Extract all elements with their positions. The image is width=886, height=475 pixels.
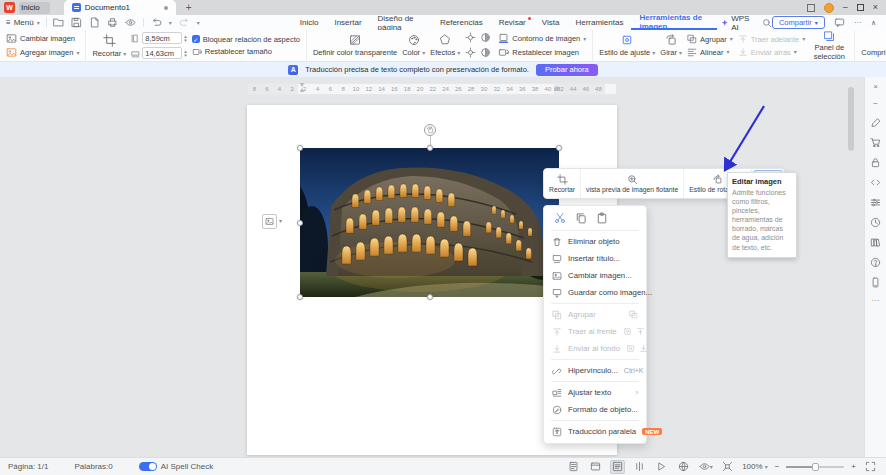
tab-herramientas[interactable]: Herramientas	[567, 15, 631, 30]
wps-ai-button[interactable]: WPS AI	[717, 14, 756, 32]
open-icon[interactable]	[53, 17, 64, 28]
alinear-button[interactable]: Alinear▾	[687, 47, 733, 57]
agrupar-button[interactable]: Agrupar▾	[687, 34, 733, 44]
indent-markers[interactable]	[297, 82, 307, 96]
view-mode-outline-icon[interactable]	[610, 460, 625, 474]
settings-sliders-icon[interactable]	[870, 197, 881, 208]
restablecer-tamano-button[interactable]: Restablecer tamaño	[192, 47, 300, 57]
contorno-imagen-button[interactable]: Contorno de imagen▾	[498, 33, 586, 44]
panel-seleccion-button[interactable]: Panel de selección	[810, 30, 848, 61]
estilo-ajuste-button[interactable]: Estilo de ajuste ▾	[599, 34, 655, 57]
width-input[interactable]	[142, 47, 182, 59]
selected-image[interactable]	[300, 148, 559, 297]
mobile-device-icon[interactable]	[870, 277, 881, 288]
recortar-button[interactable]: Recortar ▾	[92, 34, 126, 58]
output-icon[interactable]	[89, 17, 100, 28]
pen-tool-icon[interactable]	[870, 117, 881, 128]
page-indicator[interactable]: Página: 1/1	[8, 462, 48, 471]
layout-options-chevron-icon[interactable]: ▾	[279, 218, 282, 224]
color-button[interactable]: Color ▾	[402, 34, 425, 57]
paste-icon[interactable]	[596, 212, 608, 224]
view-mode-page-icon[interactable]	[566, 460, 581, 474]
zoom-in-button[interactable]: +	[851, 462, 856, 471]
fullscreen-icon[interactable]	[863, 460, 878, 474]
zoom-slider-thumb[interactable]	[812, 463, 819, 471]
more-icon[interactable]: ···	[854, 18, 862, 27]
rotate-handle[interactable]	[424, 124, 436, 136]
avatar[interactable]	[824, 3, 834, 13]
search-icon[interactable]	[762, 18, 772, 28]
tab-insertar[interactable]: Insertar	[326, 15, 369, 30]
tab-diseno-pagina[interactable]: Diseño de página	[370, 15, 432, 30]
menu-item-traduccion-paralela[interactable]: Traducción paralela NEW	[544, 423, 646, 440]
menu-button[interactable]: ≡ Menú ▾	[0, 18, 46, 27]
comprimir-imagenes-button[interactable]: Comprimir imágenes	[861, 34, 886, 57]
cut-icon[interactable]	[554, 212, 566, 224]
zoom-out-button[interactable]: −	[775, 462, 780, 471]
efectos-button[interactable]: Efectos ▾	[430, 34, 460, 57]
agregar-imagen-button[interactable]: Agregar imagen▾	[6, 47, 79, 58]
view-mode-column-icon[interactable]	[632, 460, 647, 474]
resize-handle-sw[interactable]	[297, 294, 303, 300]
cambiar-imagen-button[interactable]: Cambiar imagen	[6, 33, 79, 44]
menu-item-formato-objeto[interactable]: Formato de objeto...	[544, 401, 646, 418]
undo-chevron-icon[interactable]: ▾	[169, 20, 172, 26]
history-clock-icon[interactable]	[870, 217, 881, 228]
menu-item-cambiar-imagen[interactable]: Cambiar imagen...	[544, 267, 646, 284]
menu-item-hipervinculo[interactable]: Hipervínculo... Ctrl+K	[544, 362, 646, 379]
float-vista-previa-button[interactable]: vista previa de imagen flotante	[581, 169, 684, 198]
zoom-level[interactable]: 100%▾	[742, 462, 767, 471]
library-books-icon[interactable]	[870, 237, 881, 248]
resize-handle-w[interactable]	[297, 220, 303, 226]
fit-page-icon[interactable]	[720, 460, 735, 474]
tab-vista[interactable]: Vista	[534, 15, 568, 30]
tab-revisar[interactable]: Revisar	[491, 15, 534, 30]
home-tab[interactable]: Inicio	[19, 2, 50, 14]
resize-handle-n[interactable]	[427, 145, 433, 151]
sidebar-close-icon[interactable]: ×	[873, 83, 878, 91]
comment-icon[interactable]	[834, 17, 845, 28]
play-presentation-icon[interactable]	[654, 460, 669, 474]
save-icon[interactable]	[71, 17, 82, 28]
restablecer-imagen-button[interactable]: Restablecer imagen	[498, 47, 586, 58]
bloquear-relacion-checkbox[interactable]: ✓Bloquear relación de aspecto	[192, 35, 300, 44]
share-button[interactable]: Compartir ▾	[772, 16, 825, 29]
tab-referencias[interactable]: Referencias	[432, 15, 491, 30]
vertical-scrollbar[interactable]	[848, 87, 854, 151]
menu-item-eliminar-objeto[interactable]: Eliminar objeto	[544, 233, 646, 250]
minimize-button[interactable]: –	[843, 3, 848, 12]
undo-icon[interactable]	[151, 17, 162, 28]
close-button[interactable]: ×	[873, 3, 878, 12]
layout-options-button[interactable]	[262, 214, 277, 229]
resize-handle-nw[interactable]	[297, 145, 303, 151]
word-count[interactable]: Palabras:0	[74, 462, 112, 471]
tab-inicio[interactable]: Inicio	[292, 15, 327, 30]
customize-toolbar-icon[interactable]: ▾	[197, 20, 200, 26]
spellcheck-toggle[interactable]	[139, 462, 157, 471]
wps-logo[interactable]: W	[4, 2, 15, 13]
print-icon[interactable]	[107, 17, 118, 28]
collapse-ribbon-icon[interactable]: ∧	[871, 19, 876, 27]
layout-split-icon[interactable]	[807, 4, 815, 12]
contrast-down-icon[interactable]	[480, 47, 491, 58]
girar-button[interactable]: Girar ▾	[660, 34, 682, 57]
new-tab-button[interactable]: +	[186, 2, 192, 13]
resize-handle-ne[interactable]	[556, 145, 562, 151]
zoom-slider[interactable]	[786, 466, 844, 468]
shop-cart-icon[interactable]	[870, 137, 881, 148]
first-line-indent-marker[interactable]	[300, 83, 305, 87]
width-spin-down[interactable]: ▾	[184, 53, 187, 57]
brightness-up-icon[interactable]	[465, 32, 476, 43]
document-tab[interactable]: Documento1	[64, 0, 176, 15]
restore-button[interactable]	[857, 4, 864, 11]
height-spin-down[interactable]: ▾	[184, 38, 187, 42]
probar-ahora-button[interactable]: Probar ahora	[536, 64, 598, 76]
float-recortar-button[interactable]: Recortar	[544, 169, 581, 198]
lock-icon[interactable]	[870, 157, 881, 168]
definir-color-transparente-button[interactable]: Definir color transparente	[313, 34, 397, 57]
contrast-up-icon[interactable]	[480, 32, 491, 43]
view-mode-web-icon[interactable]	[588, 460, 603, 474]
more-tools-icon[interactable]: ···	[872, 297, 880, 305]
web-layout-icon[interactable]	[676, 460, 691, 474]
resize-handle-s[interactable]	[427, 294, 433, 300]
